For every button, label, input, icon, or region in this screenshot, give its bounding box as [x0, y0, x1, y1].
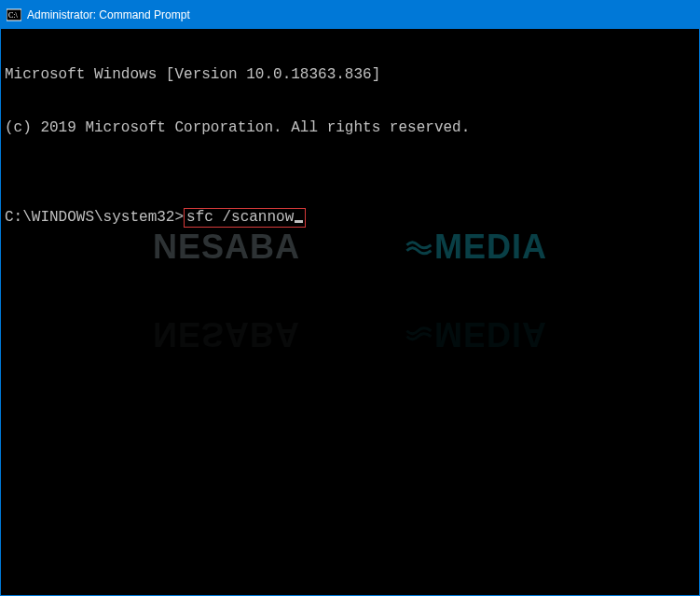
- titlebar[interactable]: C:\ Administrator: Command Prompt: [1, 1, 699, 29]
- watermark-part1: NESABA: [153, 238, 300, 256]
- terminal-area[interactable]: Microsoft Windows [Version 10.0.18363.83…: [1, 29, 699, 595]
- prompt-line: C:\WINDOWS\system32>sfc /scannow: [5, 208, 695, 228]
- cmd-icon: C:\: [7, 7, 21, 22]
- typed-command: sfc /scannow: [186, 209, 294, 226]
- cursor: [295, 220, 303, 223]
- version-line: Microsoft Windows [Version 10.0.18363.83…: [5, 66, 695, 84]
- command-prompt-window: C:\ Administrator: Command Prompt Micros…: [0, 0, 700, 596]
- watermark-part2: MEDIA: [434, 238, 547, 256]
- svg-text:C:\: C:\: [8, 11, 19, 20]
- copyright-line: (c) 2019 Microsoft Corporation. All righ…: [5, 119, 695, 137]
- command-highlight: sfc /scannow: [184, 208, 306, 228]
- window-title: Administrator: Command Prompt: [27, 1, 190, 29]
- prompt-path: C:\WINDOWS\system32>: [5, 209, 184, 227]
